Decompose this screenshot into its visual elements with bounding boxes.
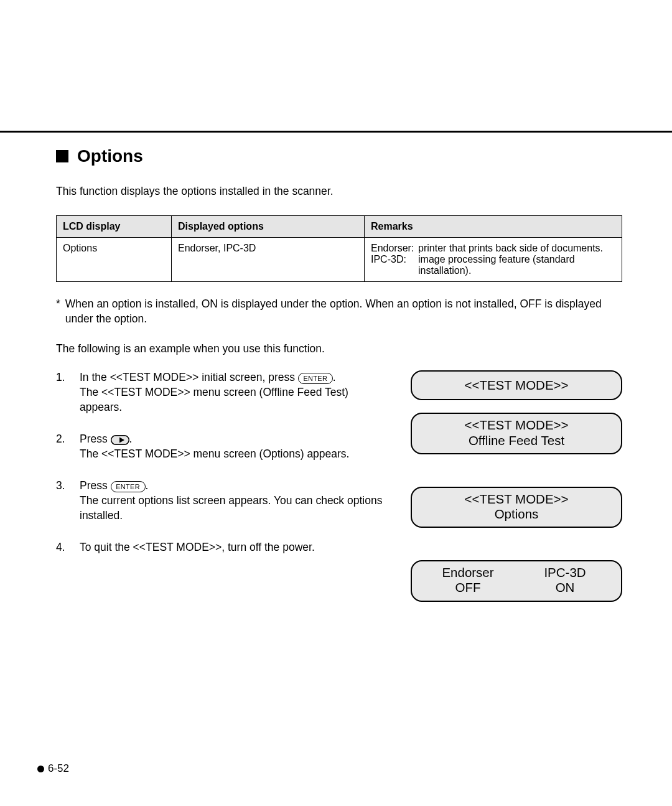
remarks-endorser-label: Endorser: <box>371 243 418 254</box>
lcd3-line1: <<TEST MODE>> <box>419 492 614 507</box>
right-arrow-key-icon <box>111 435 129 445</box>
options-table: LCD display Displayed options Remarks Op… <box>56 215 622 282</box>
th-remarks: Remarks <box>365 216 622 238</box>
page-footer: 6-52 <box>37 762 69 775</box>
section-heading: Options <box>56 146 622 166</box>
remarks-endorser-text: printer that prints back side of documen… <box>418 243 615 254</box>
lcd1-line: <<TEST MODE>> <box>419 378 614 393</box>
example-columns: In the <<TEST MODE>> initial screen, pre… <box>56 370 622 614</box>
step1-text-a: In the <<TEST MODE>> initial screen, pre… <box>80 371 298 383</box>
lcd2-line2: Offline Feed Test <box>419 433 614 448</box>
step1-text-c: The <<TEST MODE>> menu screen (Offline F… <box>80 385 392 415</box>
lcd3-line2: Options <box>419 507 614 522</box>
table-row: Options Endorser, IPC-3D Endorser: print… <box>57 238 622 282</box>
steps-column: In the <<TEST MODE>> initial screen, pre… <box>56 370 392 614</box>
step-2: Press . The <<TEST MODE>> menu screen (O… <box>56 432 392 461</box>
step2-text-a: Press <box>80 433 111 445</box>
lcd-column: <<TEST MODE>> <<TEST MODE>> Offline Feed… <box>411 370 622 614</box>
intro-text: This function displays the options insta… <box>56 185 622 198</box>
top-rule <box>0 131 672 133</box>
footer-bullet-icon <box>37 766 44 772</box>
lcd4-c1-label: Endorser <box>419 565 516 580</box>
asterisk-icon: * <box>56 297 60 326</box>
td-remarks: Endorser: printer that prints back side … <box>365 238 622 282</box>
heading-text: Options <box>77 146 143 166</box>
td-lcd: Options <box>57 238 172 282</box>
steps-list: In the <<TEST MODE>> initial screen, pre… <box>56 370 392 555</box>
step-4: To quit the <<TEST MODE>>, turn off the … <box>56 540 392 555</box>
lcd-panel-2: <<TEST MODE>> Offline Feed Test <box>411 413 622 454</box>
step3-text-c: The current options list screen appears.… <box>80 494 392 523</box>
step-1: In the <<TEST MODE>> initial screen, pre… <box>56 370 392 415</box>
lcd-panel-3: <<TEST MODE>> Options <box>411 487 622 528</box>
td-displayed: Endorser, IPC-3D <box>172 238 365 282</box>
step3-text-b: . <box>146 479 149 492</box>
lcd-panel-4: Endorser IPC-3D OFF ON <box>411 560 622 601</box>
lcd4-c2-label: IPC-3D <box>516 565 614 580</box>
remarks-ipc-label: IPC-3D: <box>371 254 418 276</box>
square-bullet-icon <box>56 150 68 162</box>
step2-text-b: . <box>129 433 133 445</box>
lcd2-line1: <<TEST MODE>> <box>419 418 614 433</box>
page: Options This function displays the optio… <box>0 0 672 806</box>
step1-text-b: . <box>333 371 336 383</box>
step4-text: To quit the <<TEST MODE>>, turn off the … <box>80 541 315 553</box>
footnote: * When an option is installed, ON is dis… <box>56 297 622 326</box>
lcd4-c1-value: OFF <box>419 580 516 595</box>
th-displayed: Displayed options <box>172 216 365 238</box>
lcd-panel-1: <<TEST MODE>> <box>411 370 622 400</box>
lcd4-c2-value: ON <box>516 580 614 595</box>
example-intro: The following is an example when you use… <box>56 342 622 355</box>
step2-text-c: The <<TEST MODE>> menu screen (Options) … <box>80 447 349 462</box>
page-number: 6-52 <box>48 762 69 775</box>
th-lcd: LCD display <box>57 216 172 238</box>
enter-key-icon: ENTER <box>111 481 146 492</box>
step3-text-a: Press <box>80 479 111 492</box>
enter-key-icon: ENTER <box>298 373 333 384</box>
step-3: Press ENTER. The current options list sc… <box>56 479 392 523</box>
remarks-ipc-text: image processing feature (standard insta… <box>418 254 615 276</box>
footnote-text: When an option is installed, ON is displ… <box>65 297 622 326</box>
content: Options This function displays the optio… <box>56 146 622 614</box>
